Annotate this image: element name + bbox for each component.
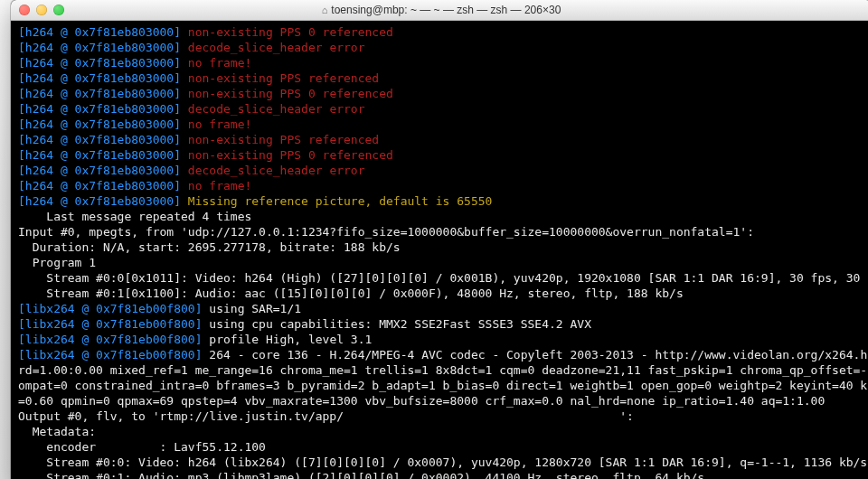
window-title: ⌂ toensing@mbp: ~ — ~ — zsh — zsh — 206×… — [11, 4, 868, 16]
terminal-line: =0.60 qpmin=0 qpmax=69 qpstep=4 vbv_maxr… — [18, 393, 864, 409]
terminal-line: Last message repeated 4 times — [18, 209, 864, 224]
terminal-seg: using cpu capabilities: MMX2 SSE2Fast SS… — [209, 317, 591, 331]
terminal-seg: [h264 @ 0x7f81eb803000] — [18, 194, 188, 208]
terminal-seg: non-existing PPS referenced — [188, 71, 379, 85]
terminal-seg: encoder : Lavf55.12.100 — [18, 440, 266, 454]
terminal-line: [h264 @ 0x7f81eb803000] no frame! — [18, 178, 864, 193]
terminal-line: Stream #0:0: Video: h264 (libx264) ([7][… — [18, 455, 864, 470]
terminal-seg: [h264 @ 0x7f81eb803000] — [18, 71, 188, 85]
terminal-seg: rd=1.00:0.00 mixed_ref=1 me_range=16 chr… — [18, 363, 868, 377]
terminal-line: [h264 @ 0x7f81eb803000] Missing referenc… — [18, 193, 864, 209]
terminal-seg: Duration: N/A, start: 2695.277178, bitra… — [18, 240, 401, 254]
terminal-line: ompat=0 constrained_intra=0 bframes=3 b_… — [18, 378, 864, 393]
window-title-text: toensing@mbp: ~ — ~ — zsh — zsh — 206×30 — [331, 4, 561, 16]
terminal-window: ⌂ toensing@mbp: ~ — ~ — zsh — zsh — 206×… — [11, 0, 868, 479]
terminal-line: [h264 @ 0x7f81eb803000] decode_slice_hea… — [18, 101, 864, 117]
terminal-line: [h264 @ 0x7f81eb803000] non-existing PPS… — [18, 86, 864, 101]
terminal-line: Duration: N/A, start: 2695.277178, bitra… — [18, 240, 864, 255]
terminal-seg: Stream #0:1[0x1100]: Audio: aac ([15][0]… — [18, 286, 684, 300]
terminal-line: [h264 @ 0x7f81eb803000] decode_slice_hea… — [18, 163, 864, 178]
terminal-line: [h264 @ 0x7f81eb803000] decode_slice_hea… — [18, 40, 864, 55]
terminal-line: [h264 @ 0x7f81eb803000] no frame! — [18, 117, 864, 132]
terminal-seg: no frame! — [188, 56, 251, 70]
zoom-icon[interactable] — [53, 5, 64, 15]
terminal-seg: Input #0, mpegts, from 'udp://127.0.0.1:… — [18, 225, 754, 239]
terminal-line: Input #0, mpegts, from 'udp://127.0.0.1:… — [18, 224, 864, 240]
terminal-seg: =0.60 qpmin=0 qpmax=69 qpstep=4 vbv_maxr… — [18, 394, 825, 408]
terminal-seg: Stream #0:1: Audio: mp3 (libmp3lame) ([2… — [18, 471, 704, 479]
terminal-seg: decode_slice_header error — [188, 41, 365, 54]
terminal-seg: ompat=0 constrained_intra=0 bframes=3 b_… — [18, 379, 868, 392]
terminal-line: [h264 @ 0x7f81eb803000] non-existing PPS… — [18, 132, 864, 147]
terminal-seg: Program 1 — [18, 256, 96, 269]
terminal-seg: Last message repeated 4 times — [18, 210, 251, 223]
terminal-seg: Metadata: — [18, 425, 96, 438]
terminal-line: [h264 @ 0x7f81eb803000] non-existing PPS… — [18, 147, 864, 163]
terminal-line: encoder : Lavf55.12.100 — [18, 439, 864, 455]
terminal-seg: Stream #0:0: Video: h264 (libx264) ([7][… — [18, 456, 868, 469]
terminal-seg: 264 - core 136 - H.264/MPEG-4 AVC codec … — [209, 348, 868, 362]
terminal-line: Stream #0:0[0x1011]: Video: h264 (High) … — [18, 270, 864, 286]
terminal-seg: no frame! — [188, 117, 251, 131]
close-icon[interactable] — [19, 5, 30, 15]
terminal-seg: [h264 @ 0x7f81eb803000] — [18, 56, 188, 70]
terminal-seg: non-existing PPS referenced — [188, 133, 379, 146]
terminal-output[interactable]: [h264 @ 0x7f81eb803000] non-existing PPS… — [11, 21, 868, 479]
terminal-seg: non-existing PPS 0 referenced — [188, 148, 393, 162]
terminal-seg: [h264 @ 0x7f81eb803000] — [18, 164, 188, 177]
terminal-seg: [libx264 @ 0x7f81eb00f800] — [18, 302, 209, 315]
minimize-icon[interactable] — [36, 5, 47, 15]
terminal-seg: Missing reference picture, default is 65… — [188, 194, 493, 208]
terminal-line: [libx264 @ 0x7f81eb00f800] using SAR=1/1 — [18, 301, 864, 316]
terminal-seg: [h264 @ 0x7f81eb803000] — [18, 87, 188, 100]
terminal-seg: [libx264 @ 0x7f81eb00f800] — [18, 348, 209, 362]
window-controls — [19, 5, 64, 15]
titlebar: ⌂ toensing@mbp: ~ — ~ — zsh — zsh — 206×… — [11, 0, 868, 21]
terminal-seg: decode_slice_header error — [188, 164, 365, 177]
terminal-seg: non-existing PPS 0 referenced — [188, 87, 393, 100]
terminal-seg: [h264 @ 0x7f81eb803000] — [18, 179, 188, 193]
terminal-line: Program 1 — [18, 255, 864, 270]
terminal-line: Metadata: — [18, 424, 864, 439]
terminal-seg: [h264 @ 0x7f81eb803000] — [18, 102, 188, 116]
terminal-seg: [libx264 @ 0x7f81eb00f800] — [18, 333, 209, 346]
terminal-line: [libx264 @ 0x7f81eb00f800] 264 - core 13… — [18, 347, 864, 362]
terminal-line: Stream #0:1: Audio: mp3 (libmp3lame) ([2… — [18, 470, 864, 479]
terminal-seg: [h264 @ 0x7f81eb803000] — [18, 133, 188, 146]
terminal-seg: [libx264 @ 0x7f81eb00f800] — [18, 317, 209, 331]
terminal-line: [h264 @ 0x7f81eb803000] no frame! — [18, 55, 864, 70]
terminal-line: rd=1.00:0.00 mixed_ref=1 me_range=16 chr… — [18, 362, 864, 378]
terminal-seg: Output #0, flv, to 'rtmp://live.justin.t… — [18, 409, 634, 423]
terminal-seg: no frame! — [188, 179, 251, 193]
terminal-seg: [h264 @ 0x7f81eb803000] — [18, 41, 188, 54]
terminal-seg: [h264 @ 0x7f81eb803000] — [18, 148, 188, 162]
terminal-seg: [h264 @ 0x7f81eb803000] — [18, 117, 188, 131]
terminal-line: [h264 @ 0x7f81eb803000] non-existing PPS… — [18, 24, 864, 40]
terminal-line: Stream #0:1[0x1100]: Audio: aac ([15][0]… — [18, 286, 864, 301]
terminal-seg: profile High, level 3.1 — [209, 333, 372, 346]
terminal-seg: Stream #0:0[0x1011]: Video: h264 (High) … — [18, 271, 868, 285]
terminal-seg: non-existing PPS 0 referenced — [188, 25, 393, 39]
terminal-line: [h264 @ 0x7f81eb803000] non-existing PPS… — [18, 70, 864, 86]
terminal-line: Output #0, flv, to 'rtmp://live.justin.t… — [18, 409, 864, 424]
terminal-line: [libx264 @ 0x7f81eb00f800] profile High,… — [18, 332, 864, 347]
home-icon: ⌂ — [322, 5, 328, 15]
terminal-seg: using SAR=1/1 — [209, 302, 301, 315]
terminal-seg: [h264 @ 0x7f81eb803000] — [18, 25, 188, 39]
terminal-line: [libx264 @ 0x7f81eb00f800] using cpu cap… — [18, 316, 864, 332]
terminal-seg: decode_slice_header error — [188, 102, 365, 116]
